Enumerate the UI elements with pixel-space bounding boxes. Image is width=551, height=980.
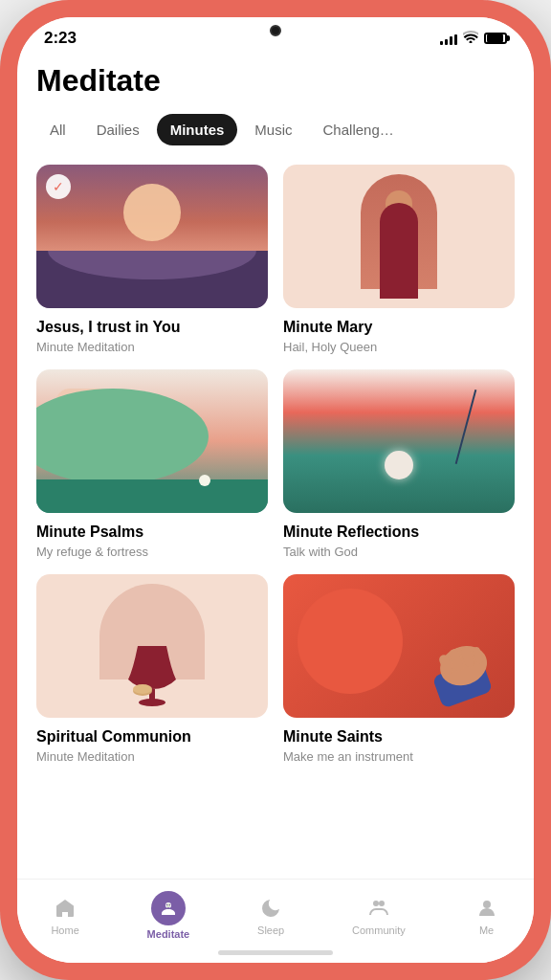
filter-tabs: All Dailies Minutes Music Challeng…: [36, 114, 515, 145]
nav-sleep-label: Sleep: [257, 924, 284, 936]
checkmark-icon: ✓: [46, 174, 71, 199]
svg-rect-2: [36, 479, 268, 513]
card-saints[interactable]: Minute Saints Make me an instrument: [283, 574, 515, 764]
card-title-saints: Minute Saints: [283, 727, 515, 746]
status-time: 2:23: [44, 29, 77, 48]
nav-home-label: Home: [51, 924, 78, 936]
card-psalms[interactable]: Minute Psalms My refuge & fortress: [36, 369, 268, 559]
phone-shell: 2:23: [0, 0, 551, 980]
card-image-reflections: [283, 369, 515, 513]
tab-music[interactable]: Music: [241, 114, 305, 145]
tab-challenges[interactable]: Challeng…: [310, 114, 408, 145]
nav-community[interactable]: Community: [342, 891, 415, 940]
svg-point-19: [483, 901, 491, 908]
card-title-communion: Spiritual Communion: [36, 727, 268, 746]
sleep-icon: [257, 895, 284, 922]
card-mary[interactable]: Minute Mary Hail, Holy Queen: [283, 165, 515, 354]
card-reflections[interactable]: Minute Reflections Talk with God: [283, 369, 515, 559]
card-image-communion: [36, 574, 268, 718]
card-jesus[interactable]: ✓ Jesus, I trust in You Minute Meditatio…: [36, 165, 268, 354]
card-subtitle-jesus: Minute Meditation: [36, 340, 268, 354]
camera-dot: [270, 25, 281, 36]
page-title: Meditate: [36, 63, 515, 99]
nav-meditate-label: Meditate: [147, 928, 190, 940]
card-image-jesus: ✓: [36, 165, 268, 308]
cards-grid: ✓ Jesus, I trust in You Minute Meditatio…: [36, 165, 515, 779]
tab-minutes[interactable]: Minutes: [157, 114, 238, 145]
card-image-mary: [283, 165, 515, 308]
status-icons: [440, 31, 507, 46]
notch: [213, 17, 338, 44]
nav-community-label: Community: [352, 924, 406, 936]
me-icon: [474, 895, 500, 922]
card-subtitle-psalms: My refuge & fortress: [36, 545, 268, 559]
home-icon: [52, 895, 78, 922]
svg-point-17: [373, 901, 379, 906]
card-communion[interactable]: Spiritual Communion Minute Meditation: [36, 574, 268, 764]
card-subtitle-reflections: Talk with God: [283, 545, 515, 559]
nav-meditate[interactable]: Meditate: [138, 887, 200, 944]
main-content: Meditate All Dailies Minutes Music Chall…: [17, 56, 534, 879]
wifi-icon: [463, 31, 478, 46]
svg-point-4: [139, 699, 165, 706]
meditate-icon: [151, 891, 186, 925]
svg-point-15: [166, 904, 168, 906]
svg-point-16: [169, 904, 171, 906]
card-subtitle-mary: Hail, Holy Queen: [283, 340, 515, 354]
svg-point-6: [133, 684, 152, 694]
card-title-mary: Minute Mary: [283, 318, 515, 337]
tab-all[interactable]: All: [36, 114, 79, 145]
card-image-psalms: [36, 369, 268, 513]
battery-icon: [484, 33, 507, 44]
signal-icon: [440, 33, 457, 45]
card-title-psalms: Minute Psalms: [36, 523, 268, 542]
card-subtitle-saints: Make me an instrument: [283, 749, 515, 764]
card-title-jesus: Jesus, I trust in You: [36, 318, 268, 337]
phone-screen: 2:23: [17, 17, 534, 963]
nav-me-label: Me: [479, 924, 494, 936]
tab-dailies[interactable]: Dailies: [83, 114, 153, 145]
svg-point-18: [379, 901, 385, 906]
card-image-saints: [283, 574, 515, 718]
nav-home[interactable]: Home: [41, 891, 88, 940]
home-indicator: [218, 950, 333, 955]
nav-sleep[interactable]: Sleep: [248, 891, 294, 940]
nav-me[interactable]: Me: [464, 891, 510, 940]
card-title-reflections: Minute Reflections: [283, 523, 515, 542]
community-icon: [365, 895, 392, 922]
card-subtitle-communion: Minute Meditation: [36, 749, 268, 764]
